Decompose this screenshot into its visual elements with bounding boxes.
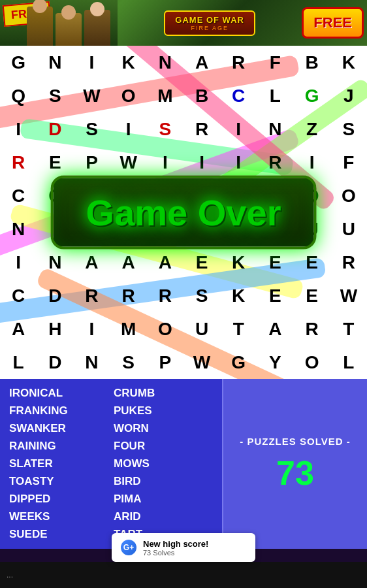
grid-cell[interactable]: N <box>73 346 110 379</box>
grid-cell[interactable]: I <box>220 146 257 179</box>
grid-cell[interactable]: L <box>257 79 293 112</box>
grid-cell[interactable]: W <box>184 346 220 379</box>
grid-cell[interactable]: A <box>110 246 147 279</box>
word-item[interactable]: SUEDE <box>7 527 111 542</box>
grid-cell[interactable]: C <box>0 179 37 212</box>
grid-cell[interactable]: Q <box>0 79 37 112</box>
grid-cell[interactable]: D <box>37 346 73 379</box>
grid-cell[interactable]: I <box>110 112 147 146</box>
grid-cell[interactable]: H <box>37 312 73 346</box>
grid-cell[interactable]: W <box>110 146 147 179</box>
grid-cell[interactable]: I <box>73 312 110 346</box>
grid-cell[interactable]: C <box>0 279 37 312</box>
grid-cell[interactable]: R <box>184 112 220 146</box>
grid-cell[interactable]: B <box>294 46 330 79</box>
grid-cell[interactable]: A <box>73 246 110 279</box>
grid-cell[interactable]: O <box>110 79 147 112</box>
word-item[interactable]: FOUR <box>111 438 215 454</box>
grid-cell[interactable]: E <box>294 279 330 312</box>
grid-cell[interactable]: I <box>220 112 257 146</box>
grid-cell[interactable]: C <box>220 79 257 112</box>
grid-cell[interactable]: A <box>257 312 293 346</box>
grid-cell[interactable]: R <box>73 279 110 312</box>
word-item[interactable]: WORN <box>111 421 215 436</box>
word-item[interactable]: RAINING <box>7 438 111 454</box>
grid-cell[interactable]: M <box>110 312 147 346</box>
grid-cell[interactable]: A <box>184 46 220 79</box>
notification-bar[interactable]: G+ New high score! 73 Solves <box>112 533 255 562</box>
grid-cell[interactable]: I <box>0 246 37 279</box>
grid-cell[interactable]: K <box>330 46 367 79</box>
grid-cell[interactable]: N <box>257 112 293 146</box>
grid-cell[interactable]: Y <box>257 346 293 379</box>
grid-cell[interactable]: S <box>110 346 147 379</box>
grid-cell[interactable]: E <box>184 246 220 279</box>
word-item[interactable]: ARID <box>111 509 215 525</box>
grid-cell[interactable]: M <box>147 79 184 112</box>
grid-cell[interactable]: N <box>37 46 73 79</box>
word-item[interactable]: TOASTY <box>7 474 111 489</box>
grid-cell[interactable]: L <box>0 346 37 379</box>
grid-cell[interactable]: R <box>220 46 257 79</box>
grid-cell[interactable]: Z <box>294 112 330 146</box>
grid-cell[interactable]: S <box>330 112 367 146</box>
game-logo[interactable]: GAME OF WAR FIRE AGE <box>118 10 302 36</box>
grid-cell[interactable]: O <box>330 179 367 212</box>
word-item[interactable]: IRONICAL <box>7 385 111 401</box>
grid-cell[interactable]: K <box>110 46 147 79</box>
word-item[interactable]: PIMA <box>111 491 215 507</box>
grid-cell[interactable]: D <box>37 279 73 312</box>
grid-cell[interactable]: K <box>220 246 257 279</box>
grid-cell[interactable]: I <box>73 46 110 79</box>
grid-cell[interactable]: R <box>147 279 184 312</box>
grid-cell[interactable]: E <box>257 279 293 312</box>
grid-cell[interactable]: R <box>257 146 293 179</box>
word-item[interactable]: PUKES <box>111 403 215 419</box>
grid-cell[interactable]: G <box>220 346 257 379</box>
word-item[interactable]: WEEKS <box>7 509 111 525</box>
grid-cell[interactable]: R <box>0 146 37 179</box>
taskbar[interactable]: ... <box>0 562 367 588</box>
grid-cell[interactable]: G <box>0 46 37 79</box>
grid-cell[interactable]: F <box>330 146 367 179</box>
grid-cell[interactable]: F <box>257 46 293 79</box>
grid-cell[interactable]: J <box>330 79 367 112</box>
banner-ad[interactable]: FREE GAME OF WAR FIRE AGE FREE <box>0 0 367 46</box>
word-item[interactable]: BIRD <box>111 474 215 489</box>
grid-cell[interactable]: P <box>147 346 184 379</box>
grid-cell[interactable]: E <box>294 246 330 279</box>
grid-cell[interactable]: O <box>294 346 330 379</box>
grid-cell[interactable]: R <box>330 246 367 279</box>
grid-cell[interactable]: W <box>73 79 110 112</box>
word-item[interactable]: SLATER <box>7 456 111 472</box>
grid-cell[interactable]: A <box>147 246 184 279</box>
word-item[interactable]: SWANKER <box>7 421 111 436</box>
grid-cell[interactable]: S <box>184 279 220 312</box>
grid-cell[interactable]: A <box>0 312 37 346</box>
grid-cell[interactable]: O <box>147 312 184 346</box>
grid-cell[interactable]: N <box>147 46 184 79</box>
grid-cell[interactable]: K <box>220 279 257 312</box>
grid-cell[interactable]: S <box>73 112 110 146</box>
grid-cell[interactable]: U <box>330 212 367 246</box>
grid-cell[interactable]: P <box>73 146 110 179</box>
word-search-grid[interactable]: GNIKNARFBKQSWOMBCLGJIDSISRINZSREPWIIIRIF… <box>0 46 367 379</box>
grid-cell[interactable]: E <box>257 246 293 279</box>
word-item[interactable]: CRUMB <box>111 385 215 401</box>
grid-cell[interactable]: W <box>330 279 367 312</box>
word-item[interactable]: MOWS <box>111 456 215 472</box>
grid-cell[interactable]: E <box>37 146 73 179</box>
grid-cell[interactable]: U <box>184 312 220 346</box>
grid-cell[interactable]: D <box>37 112 73 146</box>
grid-cell[interactable]: R <box>110 279 147 312</box>
grid-cell[interactable]: L <box>330 346 367 379</box>
grid-cell[interactable]: N <box>0 212 37 246</box>
grid-cell[interactable]: S <box>147 112 184 146</box>
grid-cell[interactable]: B <box>184 79 220 112</box>
grid-cell[interactable]: T <box>220 312 257 346</box>
grid-cell[interactable]: N <box>37 246 73 279</box>
grid-cell[interactable]: I <box>147 146 184 179</box>
grid-cell[interactable]: I <box>184 146 220 179</box>
grid-cell[interactable]: S <box>37 79 73 112</box>
grid-cell[interactable]: G <box>294 79 330 112</box>
